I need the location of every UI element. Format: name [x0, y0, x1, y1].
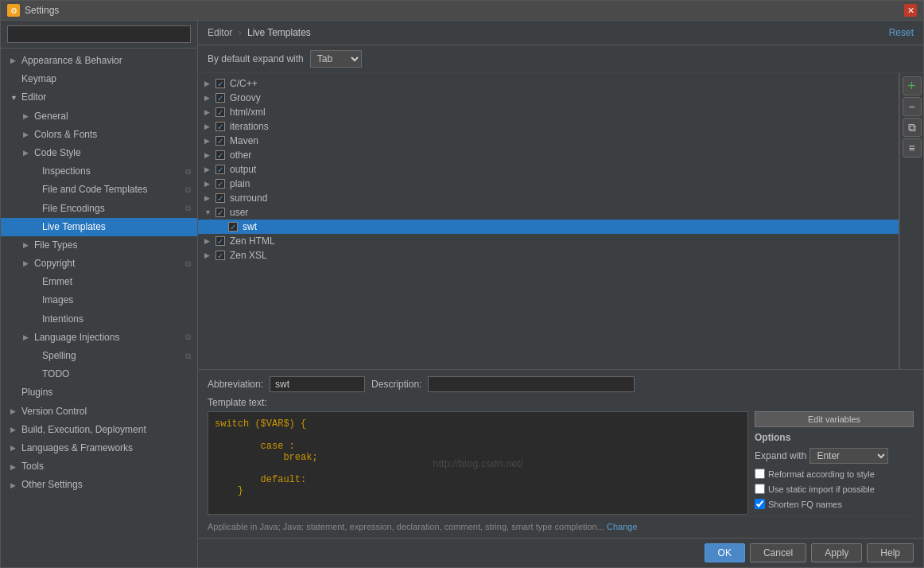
reset-button[interactable]: Reset: [889, 27, 914, 38]
reformat-checkbox[interactable]: [755, 469, 765, 479]
sidebar-item-general[interactable]: ▶ General: [1, 107, 197, 126]
checkbox-other[interactable]: [215, 150, 225, 160]
sidebar-item-language-injections[interactable]: ▶ Language Injections ⧉: [1, 329, 197, 347]
template-group-zen-html[interactable]: ▶ Zen HTML: [198, 234, 899, 248]
arrow-icon: ▼: [10, 92, 18, 103]
sidebar-item-plugins[interactable]: Plugins: [1, 383, 197, 402]
copy-icon: ⧉: [185, 184, 191, 196]
sidebar-item-inspections[interactable]: Inspections ⧉: [1, 162, 197, 181]
expand-with-select[interactable]: Tab Enter Space: [310, 50, 362, 68]
sidebar-item-colors-fonts[interactable]: ▶ Colors & Fonts: [1, 126, 197, 144]
sidebar-item-label: Intentions: [42, 312, 83, 327]
close-button[interactable]: ✕: [904, 4, 917, 17]
sidebar-item-tools[interactable]: ▶ Tools: [1, 457, 197, 476]
sidebar-item-build-execution[interactable]: ▶ Build, Execution, Deployment: [1, 421, 197, 439]
checkbox-output[interactable]: [215, 165, 225, 174]
arrow-icon: ▶: [10, 442, 18, 453]
checkbox-groovy[interactable]: [215, 93, 225, 103]
static-import-checkbox[interactable]: [755, 484, 765, 494]
arrow-icon: ▶: [10, 406, 18, 417]
checkbox-zen-html[interactable]: [215, 236, 225, 246]
sidebar-item-other-settings[interactable]: ▶ Other Settings: [1, 476, 197, 494]
sidebar-item-live-templates[interactable]: Live Templates: [1, 218, 197, 236]
sidebar-item-intentions[interactable]: Intentions: [1, 310, 197, 329]
sidebar-item-keymap[interactable]: Keymap: [1, 70, 197, 88]
template-group-maven[interactable]: ▶ Maven: [198, 134, 899, 148]
sidebar-item-label: Code Style: [34, 146, 81, 161]
sidebar-item-languages-frameworks[interactable]: ▶ Languages & Frameworks: [1, 439, 197, 457]
template-group-html-xml[interactable]: ▶ html/xml: [198, 105, 899, 119]
sidebar-item-version-control[interactable]: ▶ Version Control: [1, 403, 197, 421]
item-label: swt: [243, 221, 257, 232]
expand-with-option-select[interactable]: Default (Tab) Enter Tab Space: [809, 448, 888, 464]
sidebar-item-emmet[interactable]: Emmet: [1, 273, 197, 291]
dialog-footer: OK Cancel Apply Help: [198, 538, 923, 567]
abbreviation-input[interactable]: [270, 376, 365, 392]
sidebar-item-spelling[interactable]: Spelling ⧉: [1, 347, 197, 365]
sidebar-item-file-types[interactable]: ▶ File Types: [1, 236, 197, 255]
arrow-icon: ▶: [204, 94, 212, 102]
shorten-fq-checkbox-row: Shorten FQ names: [755, 499, 914, 509]
template-group-other[interactable]: ▶ other: [198, 148, 899, 162]
abbreviation-row: Abbreviation: Description:: [208, 376, 914, 392]
sidebar-tree: ▶ Appearance & Behavior Keymap ▼ Editor …: [1, 49, 197, 567]
checkbox-maven[interactable]: [215, 136, 225, 146]
sidebar-item-appearance[interactable]: ▶ Appearance & Behavior: [1, 52, 197, 70]
copy-icon: ⧉: [185, 258, 191, 270]
template-group-iterations[interactable]: ▶ iterations: [198, 119, 899, 134]
help-button[interactable]: Help: [867, 543, 914, 562]
search-input[interactable]: [7, 25, 191, 43]
template-group-surround[interactable]: ▶ surround: [198, 191, 899, 205]
apply-button[interactable]: Apply: [811, 543, 862, 562]
template-group-user[interactable]: ▼ user: [198, 205, 899, 220]
template-group-cpp[interactable]: ▶ C/C++: [198, 76, 899, 91]
abbreviation-label: Abbreviation:: [208, 379, 263, 390]
remove-template-button[interactable]: −: [903, 97, 922, 116]
template-group-plain[interactable]: ▶ plain: [198, 177, 899, 191]
checkbox-swt[interactable]: [228, 222, 238, 231]
template-group-groovy[interactable]: ▶ Groovy: [198, 91, 899, 105]
checkbox-user[interactable]: [215, 208, 225, 217]
cancel-button[interactable]: Cancel: [750, 543, 806, 562]
expand-with-label: By default expand with: [208, 53, 304, 64]
code-editor[interactable]: switch ($VAR$) { case : break; default: …: [208, 411, 748, 515]
sidebar-item-copyright[interactable]: ▶ Copyright ⧉: [1, 255, 197, 273]
arrow-icon: ▶: [23, 332, 31, 343]
template-group-zen-xsl[interactable]: ▶ Zen XSL: [198, 248, 899, 263]
add-template-button[interactable]: +: [903, 76, 922, 95]
checkbox-cpp[interactable]: [215, 79, 225, 88]
move-template-button[interactable]: ≡: [903, 138, 922, 158]
reformat-checkbox-row: Reformat according to style: [755, 469, 914, 479]
ok-button[interactable]: OK: [705, 543, 745, 562]
template-group-output[interactable]: ▶ output: [198, 162, 899, 177]
checkbox-html-xml[interactable]: [215, 107, 225, 117]
breadcrumb-separator: ›: [239, 27, 242, 38]
group-label: Zen XSL: [230, 250, 267, 261]
checkbox-surround[interactable]: [215, 193, 225, 203]
sidebar-item-editor[interactable]: ▼ Editor: [1, 88, 197, 107]
sidebar-item-label: Copyright: [34, 256, 75, 271]
description-input[interactable]: [428, 376, 635, 392]
title-bar-left: ⚙ Settings: [7, 4, 59, 17]
checkbox-zen-xsl[interactable]: [215, 251, 225, 260]
checkbox-iterations[interactable]: [215, 122, 225, 131]
reformat-label: Reformat according to style: [768, 469, 875, 479]
sidebar-item-label: General: [34, 109, 68, 124]
edit-variables-button[interactable]: Edit variables: [755, 411, 914, 427]
checkbox-plain[interactable]: [215, 179, 225, 189]
sidebar-item-label: Colors & Fonts: [34, 127, 97, 142]
sidebar-item-file-code-templates[interactable]: File and Code Templates ⧉: [1, 181, 197, 199]
template-item-swt[interactable]: swt: [198, 220, 899, 234]
side-buttons: + − ⧉ ≡: [899, 73, 923, 369]
sidebar-item-file-encodings[interactable]: File Encodings ⧉: [1, 200, 197, 218]
shorten-fq-checkbox[interactable]: [755, 499, 765, 509]
sidebar-item-label: Appearance & Behavior: [21, 53, 122, 68]
sidebar-item-code-style[interactable]: ▶ Code Style: [1, 144, 197, 162]
arrow-icon: ▶: [23, 239, 31, 251]
change-link[interactable]: Change: [607, 522, 638, 531]
sidebar-item-images[interactable]: Images: [1, 291, 197, 309]
group-label: html/xml: [230, 107, 266, 118]
sidebar-item-label: File Encodings: [42, 201, 105, 216]
sidebar-item-todo[interactable]: TODO: [1, 365, 197, 383]
copy-template-button[interactable]: ⧉: [903, 118, 922, 137]
